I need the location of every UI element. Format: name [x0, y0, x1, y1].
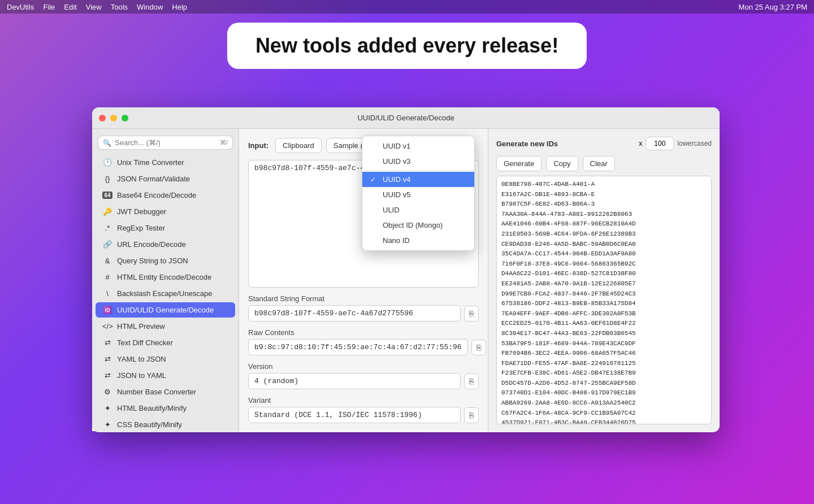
sidebar-item-css-beautify[interactable]: ✦ CSS Beautify/Minify: [96, 417, 235, 432]
dropdown-label-uuid-v1: UUID v1: [383, 142, 410, 150]
uuid-list-item: 7AAA30A-844A-4783-A881-9912262B8063: [501, 210, 707, 220]
uuid-list: 0E8BE798-407C-4DAB-A401-AE3167A2C-DB1E-4…: [496, 176, 712, 424]
copy-button[interactable]: Copy: [546, 156, 578, 171]
version-value: 4 (random): [248, 373, 461, 389]
uuid-list-item: FB7694B6-3EC2-4EEA-9906-68A657F5AC46: [501, 349, 707, 359]
uuid-version-dropdown[interactable]: UUID v1UUID v3✓UUID v4UUID v5ULIDObject …: [362, 136, 475, 251]
uuid-list-item: D4AA6C22-D101-46EC-838D-527C81D38F80: [501, 269, 707, 279]
version-field: Version 4 (random) ⎘: [248, 362, 479, 389]
generate-label: Generate new IDs: [496, 140, 558, 148]
dropdown-item-nano-id[interactable]: Nano ID: [362, 233, 474, 248]
version-label: Version: [248, 362, 479, 371]
uuid-list-item: 4537D921-E071-4B3C-BA49-CFB344826D75: [501, 418, 707, 424]
html-preview-icon: </>: [102, 322, 112, 331]
raw-contents-copy-button[interactable]: ⎘: [471, 340, 486, 355]
json-yaml-icon: ⇄: [102, 371, 112, 380]
sidebar-label-json-format: JSON Format/Validate: [117, 175, 190, 183]
sidebar-label-number-base: Number Base Converter: [117, 388, 196, 396]
sidebar-item-unix-time[interactable]: 🕐 Unix Time Converter: [96, 155, 235, 170]
input-label: Input:: [248, 141, 269, 150]
search-clear-icon[interactable]: ⌘/: [220, 139, 228, 146]
standard-format-field: Standard String Format b98c97d8-107f-455…: [248, 294, 479, 321]
dropdown-item-uuid-v3[interactable]: UUID v3: [362, 154, 474, 169]
unix-time-icon: 🕐: [102, 158, 112, 167]
uuid-icon: 🆔: [102, 306, 112, 314]
close-button[interactable]: [99, 115, 106, 121]
sidebar-item-uuid[interactable]: 🆔 UUID/ULID Generate/Decode: [96, 302, 235, 318]
sidebar-item-regexp[interactable]: .* RegExp Tester: [96, 220, 235, 236]
uuid-list-item: CE9DAD38-E246-4A5D-BABC-59AB0D6C0EA0: [501, 240, 707, 250]
dropdown-item-ulid[interactable]: ULID: [362, 202, 474, 218]
menu-help[interactable]: Help: [172, 3, 187, 11]
sidebar-item-html-beautify[interactable]: ✦ HTML Beautify/Minify: [96, 401, 235, 416]
menu-file[interactable]: File: [43, 3, 55, 11]
clipboard-button[interactable]: Clipboard: [275, 138, 322, 153]
jwt-icon: 🔑: [102, 207, 112, 216]
dropdown-label-nano-id: Nano ID: [383, 236, 410, 245]
raw-contents-field: Raw Contents b9:8c:97:d8:10:7f:45:59:ae:…: [248, 328, 479, 355]
generate-button[interactable]: Generate: [496, 156, 542, 171]
sidebar-label-base64: Base64 Encode/Decode: [117, 191, 196, 199]
uuid-list-item: AAE41046-60B4-4F68-887F-96ECB2810A4D: [501, 219, 707, 229]
dropdown-item-uuid-v4[interactable]: ✓UUID v4: [362, 172, 474, 187]
sidebar-item-number-base[interactable]: ⚙ Number Base Converter: [96, 384, 235, 399]
variant-value: Standard (DCE 1.1, ISO/IEC 11578:1996): [248, 407, 461, 423]
uuid-list-item: C67FA2C4-1F6A-48CA-9CF9-CC1B95A07C42: [501, 409, 707, 419]
menu-edit[interactable]: Edit: [64, 3, 76, 11]
uuid-list-item: B7987C5F-6E82-4D63-B06A-3: [501, 199, 707, 210]
count-x-label: x: [639, 140, 642, 147]
sidebar-item-base64[interactable]: 64 Base64 Encode/Decode: [96, 188, 235, 203]
maximize-button[interactable]: [122, 115, 128, 121]
variant-copy-button[interactable]: ⎘: [464, 407, 479, 423]
sidebar-item-yaml-json[interactable]: ⇄ YAML to JSON: [96, 351, 235, 367]
html-entity-icon: #: [102, 273, 112, 281]
sidebar-item-query-string[interactable]: & Query String to JSON: [96, 253, 235, 268]
backslash-icon: \: [102, 289, 112, 298]
json-icon: {}: [102, 175, 112, 183]
menu-view[interactable]: View: [86, 3, 102, 11]
sidebar-item-url-encode[interactable]: 🔗 URL Encode/Decode: [96, 237, 235, 252]
dropdown-label-uuid-v3: UUID v3: [383, 157, 410, 166]
right-clear-button[interactable]: Clear: [583, 156, 615, 171]
dropdown-divider: [362, 170, 474, 171]
sidebar-label-jwt: JWT Debugger: [117, 207, 166, 216]
sidebar-item-jwt[interactable]: 🔑 JWT Debugger: [96, 204, 235, 219]
sidebar-item-html-preview[interactable]: </> HTML Preview: [96, 319, 235, 334]
sidebar-item-backslash[interactable]: \ Backslash Escape/Unescape: [96, 286, 235, 301]
menu-tools[interactable]: Tools: [111, 3, 128, 11]
sidebar-label-query-string: Query String to JSON: [117, 257, 188, 265]
search-input[interactable]: [115, 138, 217, 147]
sidebar-item-json-yaml[interactable]: ⇄ JSON to YAML: [96, 368, 235, 383]
version-copy-button[interactable]: ⎘: [464, 373, 479, 389]
sidebar-label-url-encode: URL Encode/Decode: [117, 240, 186, 249]
minimize-button[interactable]: [110, 115, 117, 121]
dropdown-label-uuid-v5: UUID v5: [383, 190, 410, 199]
standard-format-value: b98c97d8-107f-4559-ae7c-4a67d2775596: [248, 305, 461, 321]
sidebar-item-json-format[interactable]: {} JSON Format/Validate: [96, 171, 235, 186]
standard-format-copy-button[interactable]: ⎘: [464, 306, 479, 321]
sidebar-label-json-yaml: JSON to YAML: [117, 371, 166, 380]
search-bar[interactable]: 🔍 ⌘/: [98, 136, 233, 150]
app-name[interactable]: DevUtils: [7, 3, 34, 11]
html-beautify-icon: ✦: [102, 404, 112, 412]
raw-contents-value: b9:8c:97:d8:10:7f:45:59:ae:7c:4a:67:d2:7…: [248, 339, 468, 355]
regexp-icon: .*: [102, 224, 112, 232]
variant-wrap: Standard (DCE 1.1, ISO/IEC 11578:1996) ⎘: [248, 407, 479, 423]
dropdown-label-uuid-v4: UUID v4: [383, 175, 410, 184]
url-icon: 🔗: [102, 240, 112, 249]
sidebar-label-yaml-json: YAML to JSON: [117, 355, 166, 363]
dropdown-item-uuid-v1[interactable]: UUID v1: [362, 138, 474, 154]
sidebar-label-unix-time: Unix Time Converter: [117, 158, 184, 167]
sidebar-item-text-diff[interactable]: ⇄ Text Diff Checker: [96, 335, 235, 350]
dropdown-item-object-id[interactable]: Object ID (Mongo): [362, 218, 474, 233]
action-row: Generate Copy Clear: [496, 156, 712, 171]
uuid-list-item: 35C4DA7A-CC17-4544-904B-EDD1A3AF9A80: [501, 249, 707, 259]
sidebar-label-regexp: RegExp Tester: [117, 224, 165, 232]
uuid-list-item: 7EA94EFF-9AEF-4DB6-AFFC-3DE302A0F53B: [501, 309, 707, 319]
dropdown-item-uuid-v5[interactable]: UUID v5: [362, 187, 474, 202]
variant-label: Variant: [248, 396, 479, 405]
menu-window[interactable]: Window: [137, 3, 163, 11]
count-input[interactable]: [646, 137, 674, 150]
sidebar-item-html-entity[interactable]: # HTML Entity Encode/Decode: [96, 270, 235, 285]
dropdown-check-uuid-v4: ✓: [370, 176, 378, 184]
